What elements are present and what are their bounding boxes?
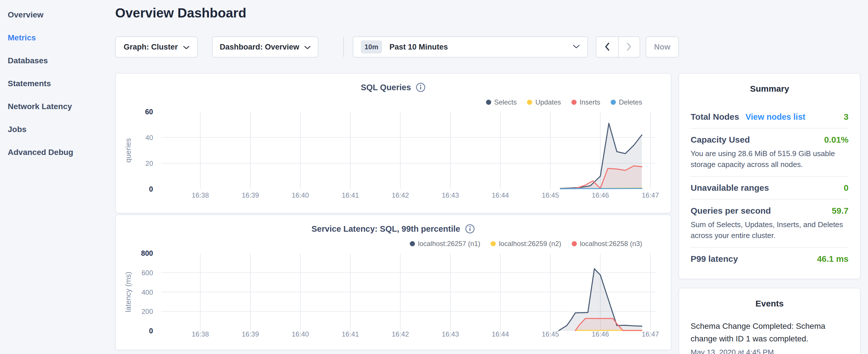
summary-label: Queries per second [691,206,771,216]
svg-text:200: 200 [142,308,153,315]
y-axis-title: queries [124,138,132,162]
sidebar-item-network-latency[interactable]: Network Latency [0,95,115,118]
sql-queries-plot: 020406016:3816:3916:4016:4116:4216:4316:… [116,105,672,214]
summary-panel: Summary Total NodesView nodes list3Capac… [679,73,861,279]
sidebar-item-databases[interactable]: Databases [0,49,115,72]
x-gridlines [200,112,651,189]
svg-text:20: 20 [145,160,153,167]
time-range-badge: 10m [361,40,382,54]
svg-text:400: 400 [142,288,153,296]
summary-row-top: Total NodesView nodes list3 [691,112,848,122]
time-pager [596,36,640,58]
sidebar-item-advanced-debug[interactable]: Advanced Debug [0,141,115,164]
svg-text:16:44: 16:44 [492,191,509,199]
chart-title-row: SQL Queries [116,82,671,93]
legend-dot-icon [611,100,616,105]
time-range-label: Past 10 Minutes [390,43,565,52]
service-latency-chart-card: Service Latency: SQL, 99th percentileloc… [115,215,672,350]
svg-text:16:39: 16:39 [242,330,259,338]
summary-row-capacity-used: Capacity Used0.01%You are using 28.6 MiB… [691,128,848,176]
chevron-down-icon [304,43,311,52]
summary-title: Summary [691,84,848,94]
svg-text:16:40: 16:40 [292,191,309,199]
sidebar-item-jobs[interactable]: Jobs [0,118,115,141]
sidebar-item-metrics[interactable]: Metrics [0,26,115,49]
event-item: Schema Change Completed: Schema change w… [691,320,848,354]
graph-dropdown-label: Graph: Cluster [124,43,178,52]
svg-text:60: 60 [145,108,153,116]
summary-label: Capacity Used [691,135,750,144]
y-axis-title: latency (ms) [124,272,132,313]
svg-text:800: 800 [141,249,153,257]
svg-text:16:38: 16:38 [192,330,209,338]
y-axis-labels: 0204060 [145,108,153,193]
summary-label: Unavailable ranges [691,183,769,193]
legend-dot-icon [486,100,491,105]
view-nodes-list-link[interactable]: View nodes list [745,112,805,122]
events-list: Schema Change Completed: Schema change w… [691,320,848,354]
sidebar-item-statements[interactable]: Statements [0,72,115,95]
summary-subtext: You are using 28.6 MiB of 515.9 GiB usab… [691,148,848,170]
sidebar-list: OverviewMetricsDatabasesStatementsNetwor… [0,3,115,164]
info-icon[interactable] [465,224,475,234]
now-button[interactable]: Now [646,36,679,58]
legend-series-label: localhost:26258 (n3) [580,240,642,248]
sidebar-item-overview[interactable]: Overview [0,3,115,26]
controls-bar: Graph: Cluster Dashboard: Overview 10m P… [115,36,672,58]
main-content: Overview Dashboard Graph: Cluster Dashbo… [115,0,672,354]
graph-dropdown[interactable]: Graph: Cluster [115,36,198,58]
svg-text:16:38: 16:38 [192,191,209,199]
events-panel: Events Schema Change Completed: Schema c… [679,288,861,354]
chevron-down-icon [572,44,580,50]
y-gridlines [161,137,655,163]
svg-text:16:47: 16:47 [642,330,659,338]
next-timespan-button[interactable] [618,37,640,57]
sidebar-nav: OverviewMetricsDatabasesStatementsNetwor… [0,3,115,164]
chart-title: SQL Queries [361,83,411,92]
chart-legend: localhost:26257 (n1)localhost:26259 (n2)… [410,240,642,248]
svg-text:16:42: 16:42 [392,330,409,338]
svg-text:16:47: 16:47 [642,191,659,199]
summary-label: P99 latency [691,254,738,264]
chevron-right-icon [625,41,633,53]
svg-text:0: 0 [149,185,153,193]
page-title: Overview Dashboard [115,5,246,21]
summary-value: 59.7 [832,206,848,216]
summary-value: 0 [844,183,848,193]
chevron-down-icon [183,43,189,52]
svg-text:40: 40 [145,134,153,141]
time-range-selector[interactable]: 10m Past 10 Minutes [353,36,588,58]
info-icon[interactable] [415,82,426,93]
x-axis-labels: 16:3816:3916:4016:4116:4216:4316:4416:45… [192,330,659,338]
summary-row-top: Unavailable ranges0 [691,183,848,193]
svg-text:16:46: 16:46 [592,191,609,199]
legend-item-localhost-26258-n3[interactable]: localhost:26258 (n3) [572,240,642,248]
svg-text:16:45: 16:45 [541,191,559,199]
summary-row-unavailable-ranges: Unavailable ranges0 [691,176,848,199]
summary-rows: Total NodesView nodes list3Capacity Used… [691,106,848,270]
legend-item-localhost-26257-n1[interactable]: localhost:26257 (n1) [410,240,480,248]
svg-text:600: 600 [142,269,153,277]
summary-subtext: Sum of Selects, Updates, Inserts, and De… [691,219,848,241]
summary-row-top: P99 latency46.1 ms [691,254,848,264]
svg-text:16:44: 16:44 [492,330,509,338]
legend-item-localhost-26259-n2[interactable]: localhost:26259 (n2) [491,240,561,248]
summary-value: 3 [844,112,848,122]
svg-text:16:40: 16:40 [292,330,309,338]
legend-dot-icon [527,100,532,105]
legend-dot-icon [491,241,496,246]
chart-title: Service Latency: SQL, 99th percentile [311,224,460,234]
legend-series-label: localhost:26257 (n1) [418,240,480,248]
svg-text:16:46: 16:46 [592,330,609,338]
y-gridlines [161,273,655,312]
summary-row-queries-per-second: Queries per second59.7Sum of Selects, Up… [691,199,848,247]
summary-label: Total Nodes [691,112,739,122]
y-axis-labels: 0200400600800 [141,249,153,335]
svg-text:0: 0 [149,327,153,335]
dashboard-dropdown[interactable]: Dashboard: Overview [212,36,318,58]
legend-dot-icon [572,241,577,246]
previous-timespan-button[interactable] [596,37,618,57]
svg-text:16:41: 16:41 [342,330,359,338]
controls-divider [343,37,344,57]
svg-text:16:43: 16:43 [442,330,459,338]
